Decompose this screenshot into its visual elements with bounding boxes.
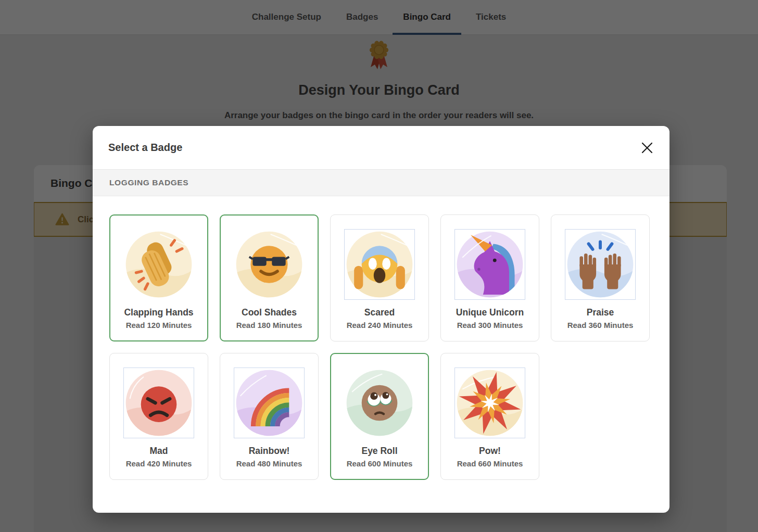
badge-name: Praise <box>587 306 614 319</box>
badge-name: Pow! <box>479 445 501 458</box>
logging-badges-section: LOGGING BADGES <box>93 169 669 196</box>
badge-card-scared[interactable]: Scared Read 240 Minutes <box>330 214 429 341</box>
badge-card-cool-shades[interactable]: Cool Shades Read 180 Minutes <box>220 214 319 341</box>
badge-card-pow[interactable]: Pow! Read 660 Minutes <box>440 353 539 480</box>
select-badge-modal: Select a Badge LOGGING BADGES <box>93 126 669 513</box>
badge-name: Rainbow! <box>249 445 290 458</box>
badge-name: Clapping Hands <box>124 306 193 319</box>
badge-requirement: Read 120 Minutes <box>126 321 192 330</box>
badge-card-unique-unicorn[interactable]: Unique Unicorn Read 300 Minutes <box>440 214 539 341</box>
badge-image <box>454 368 525 438</box>
eye-roll-icon <box>345 369 414 437</box>
badge-card-eye-roll[interactable]: Eye Roll Read 600 Minutes <box>330 353 429 480</box>
close-button[interactable] <box>639 140 655 156</box>
badge-image <box>234 229 305 300</box>
badge-name: Scared <box>364 306 395 319</box>
badge-requirement: Read 480 Minutes <box>236 459 302 468</box>
badge-requirement: Read 360 Minutes <box>567 321 634 330</box>
scared-face-icon <box>345 230 414 299</box>
badge-name: Cool Shades <box>242 306 297 319</box>
badge-image <box>234 368 305 438</box>
badge-requirement: Read 240 Minutes <box>347 321 413 330</box>
badge-image <box>454 229 525 300</box>
badge-card-praise[interactable]: Praise Read 360 Minutes <box>551 214 650 341</box>
badge-image <box>344 229 415 300</box>
raised-hands-icon <box>566 230 635 299</box>
badge-card-mad[interactable]: Mad Read 420 Minutes <box>109 353 208 480</box>
badge-image <box>344 368 415 438</box>
badge-grid: Clapping Hands Read 120 Minutes <box>93 196 669 496</box>
badge-name: Eye Roll <box>361 445 397 458</box>
badge-name: Unique Unicorn <box>456 306 524 319</box>
modal-title: Select a Badge <box>108 142 182 154</box>
cool-shades-icon <box>235 230 304 299</box>
screen: Challenge Setup Badges Bingo Card Ticket… <box>0 0 758 532</box>
badge-requirement: Read 600 Minutes <box>347 459 413 468</box>
badge-name: Mad <box>150 445 168 458</box>
modal-header: Select a Badge <box>93 126 669 169</box>
badge-image <box>123 368 194 438</box>
section-label: LOGGING BADGES <box>109 178 188 187</box>
badge-requirement: Read 300 Minutes <box>457 321 523 330</box>
close-icon <box>640 141 654 155</box>
clapping-hands-icon <box>124 230 193 299</box>
badge-requirement: Read 180 Minutes <box>236 321 302 330</box>
angry-face-icon <box>124 369 193 437</box>
rainbow-icon <box>235 369 304 437</box>
unicorn-icon <box>456 230 524 299</box>
badge-image <box>123 229 194 300</box>
badge-requirement: Read 660 Minutes <box>457 459 523 468</box>
badge-card-rainbow[interactable]: Rainbow! Read 480 Minutes <box>220 353 319 480</box>
badge-image <box>565 229 636 300</box>
badge-card-clapping-hands[interactable]: Clapping Hands Read 120 Minutes <box>109 214 208 341</box>
pow-burst-icon <box>456 369 524 437</box>
badge-requirement: Read 420 Minutes <box>126 459 192 468</box>
